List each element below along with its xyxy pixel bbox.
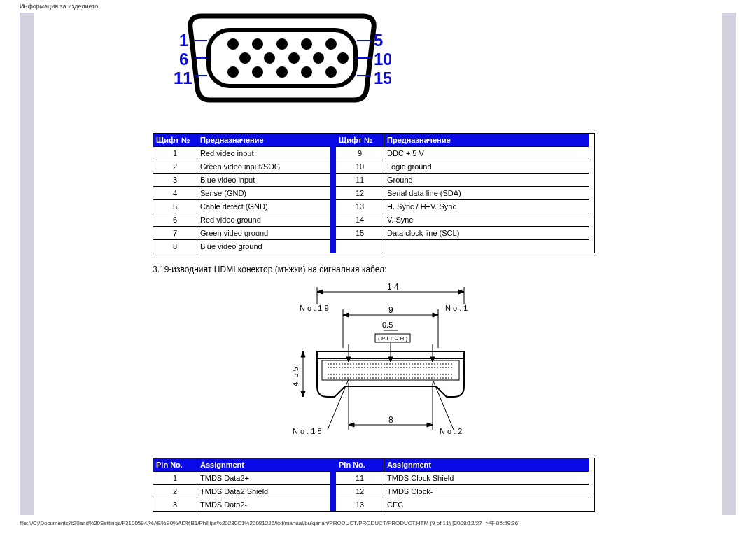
svg-text:10: 10 (374, 50, 391, 69)
svg-marker-61 (388, 357, 393, 362)
td: Red video input (197, 147, 330, 160)
td: 13 (336, 498, 384, 511)
svg-marker-38 (433, 313, 438, 317)
vga-diagram: 1 6 11 5 10 15 (174, 13, 708, 105)
td: 2 (153, 485, 197, 498)
td: Green video input/SOG (197, 160, 330, 174)
td: Green video ground (197, 227, 330, 240)
td: 1 (153, 472, 197, 485)
svg-text:N o . 1 8: N o . 1 8 (293, 427, 322, 435)
td: 4 (153, 187, 197, 200)
svg-marker-37 (343, 313, 349, 317)
svg-point-2 (252, 38, 263, 50)
svg-point-5 (326, 38, 337, 50)
td: Red video ground (197, 213, 330, 227)
th: Предназначение (384, 134, 589, 147)
svg-text:N o . 1 9: N o . 1 9 (300, 304, 329, 312)
svg-marker-47 (301, 351, 305, 357)
svg-point-3 (276, 38, 288, 50)
page-header: Информация за изделието (0, 0, 756, 10)
svg-text:1 4: 1 4 (387, 282, 399, 292)
hdmi-diagram: 1 4 9 N o . 1 9 N o . 1 0.5 ( P I T C H (279, 281, 708, 444)
svg-text:11: 11 (174, 69, 192, 87)
svg-point-1 (227, 38, 239, 50)
svg-marker-31 (317, 290, 323, 294)
th: Pin No. (336, 458, 384, 472)
td: 12 (336, 187, 384, 200)
svg-text:6: 6 (179, 50, 188, 69)
th: Щифт № (153, 134, 197, 147)
td: Data clock line (SCL) (384, 227, 589, 240)
svg-text:N o . 1: N o . 1 (445, 304, 468, 312)
td: 13 (336, 200, 384, 213)
svg-marker-48 (301, 391, 305, 397)
td: 3 (153, 498, 197, 511)
td: 1 (153, 147, 197, 160)
svg-marker-59 (430, 357, 435, 362)
svg-point-8 (288, 52, 300, 64)
td: 15 (336, 227, 384, 240)
svg-point-11 (227, 66, 239, 78)
td: TMDS Data2- (197, 498, 330, 511)
td: 11 (336, 472, 384, 485)
td: 5 (153, 200, 197, 213)
td: Cable detect (GND) (197, 200, 330, 213)
td: 6 (153, 213, 197, 227)
svg-text:1: 1 (179, 31, 188, 50)
td: DDC + 5 V (384, 147, 589, 160)
td: 9 (336, 147, 384, 160)
svg-point-4 (301, 38, 312, 50)
svg-text:( P I T C H ): ( P I T C H ) (378, 335, 408, 342)
td: 3 (153, 174, 197, 187)
td: 11 (336, 174, 384, 187)
svg-text:N o . 2: N o . 2 (440, 427, 462, 435)
td: TMDS Data2 Shield (197, 485, 330, 498)
th: Щифт № (336, 134, 384, 147)
svg-marker-32 (458, 290, 464, 294)
td: CEC (384, 498, 589, 511)
td: 7 (153, 227, 197, 240)
hdmi-intro: 3.19-изводният HDMI конектор (мъжки) на … (153, 265, 708, 274)
svg-point-10 (337, 52, 349, 64)
svg-point-12 (252, 66, 263, 78)
svg-text:8: 8 (388, 415, 393, 425)
svg-point-9 (313, 52, 324, 64)
th: Предназначение (197, 134, 330, 147)
td: H. Sync / H+V. Sync (384, 200, 589, 213)
svg-text:9: 9 (388, 305, 393, 315)
svg-rect-51 (322, 360, 459, 380)
td: TMDS Clock- (384, 485, 589, 498)
content-frame: 1 6 11 5 10 15 Щифт № 1 2 (20, 13, 736, 515)
pin-table-hdmi: Pin No. 1 2 3 Assignment TMDS Data2+ TMD… (153, 458, 595, 512)
svg-marker-66 (427, 423, 433, 427)
svg-text:5: 5 (374, 31, 383, 50)
th: Pin No. (153, 458, 197, 472)
th: Assignment (197, 458, 330, 472)
td: 12 (336, 485, 384, 498)
svg-text:4. 5 5: 4. 5 5 (291, 367, 300, 386)
th: Assignment (384, 458, 589, 472)
svg-marker-65 (349, 423, 354, 427)
svg-line-71 (433, 379, 454, 430)
svg-text:15: 15 (374, 69, 391, 87)
td: Ground (384, 174, 589, 187)
svg-point-15 (326, 66, 337, 78)
svg-point-6 (239, 52, 251, 64)
td: 10 (336, 160, 384, 174)
svg-marker-57 (346, 357, 351, 362)
td: TMDS Clock Shield (384, 472, 589, 485)
svg-point-14 (301, 66, 312, 78)
footer-path: file:///C|/Documents%20and%20Settings/F3… (20, 519, 756, 527)
td: 8 (153, 240, 197, 253)
pin-table-vga: Щифт № 1 2 3 4 5 6 7 8 Предназначение Re… (153, 133, 595, 253)
td: Blue video ground (197, 240, 330, 253)
td: Blue video input (197, 174, 330, 187)
td: Sense (GND) (197, 187, 330, 200)
svg-line-70 (328, 379, 349, 430)
svg-text:0.5: 0.5 (382, 321, 393, 329)
svg-point-13 (276, 66, 288, 78)
td: Serial data line (SDA) (384, 187, 589, 200)
svg-point-7 (264, 52, 275, 64)
td: V. Sync (384, 213, 589, 227)
td: Logic ground (384, 160, 589, 174)
